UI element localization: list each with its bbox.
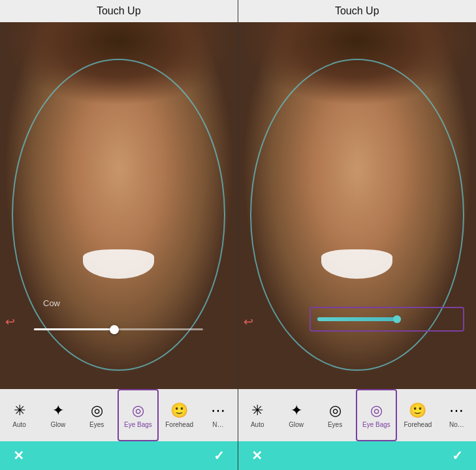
glow-icon: ✦ (52, 402, 64, 419)
forehead-label: Forehead (165, 421, 193, 428)
forehead-icon: 🙂 (170, 402, 188, 419)
r-eyes-label: Eyes (328, 421, 342, 428)
right-tool-auto[interactable]: ✳ Auto (238, 389, 277, 441)
right-tool-eyes[interactable]: ◎ Eyes (315, 389, 354, 441)
more-icon: ⋯ (211, 402, 225, 419)
left-tool-eyes[interactable]: ◎ Eyes (78, 389, 116, 441)
eyebags-label: Eye Bags (124, 421, 152, 428)
right-face-photo (238, 22, 477, 389)
r-auto-icon: ✳ (251, 402, 263, 419)
r-eyebags-label: Eye Bags (362, 421, 390, 428)
right-tool-forehead[interactable]: 🙂 Forehead (398, 389, 437, 441)
right-tool-more[interactable]: ⋯ No… (437, 389, 476, 441)
r-glow-label: Glow (289, 421, 304, 428)
auto-icon: ✳ (14, 402, 25, 419)
left-action-bar: ✕ ✓ (0, 441, 238, 470)
r-glow-icon: ✦ (291, 402, 302, 419)
auto-label: Auto (12, 421, 26, 428)
cow-label: Cow (43, 298, 60, 308)
right-teal-slider[interactable] (317, 317, 401, 321)
left-face-photo (0, 22, 238, 389)
r-eyebags-icon: ◎ (370, 402, 383, 419)
r-forehead-label: Forehead (404, 421, 432, 428)
r-eyes-icon: ◎ (329, 402, 341, 419)
right-title: Touch Up (335, 5, 379, 16)
eyebags-icon: ◎ (132, 402, 144, 419)
left-tool-auto[interactable]: ✳ Auto (0, 389, 39, 441)
right-toolbar: ✳ Auto ✦ Glow ◎ Eyes ◎ Eye Bags 🙂 Forehe… (238, 389, 477, 441)
right-undo-button[interactable]: ↩ (244, 315, 253, 329)
left-tool-forehead[interactable]: 🙂 Forehead (160, 389, 198, 441)
right-tool-glow[interactable]: ✦ Glow (277, 389, 315, 441)
left-cancel-button[interactable]: ✕ (13, 448, 24, 463)
left-header: Touch Up (0, 0, 238, 22)
left-tool-glow[interactable]: ✦ Glow (39, 389, 77, 441)
left-slider-track[interactable] (34, 328, 203, 330)
left-slider-fill (34, 328, 118, 330)
r-more-label: No… (449, 421, 464, 428)
right-action-bar: ✕ ✓ (238, 441, 477, 470)
left-photo-area: ↩ Cow (0, 22, 238, 389)
right-cancel-button[interactable]: ✕ (251, 448, 262, 463)
right-photo-area: ↩ (238, 22, 477, 389)
right-confirm-button[interactable]: ✓ (452, 448, 463, 463)
more-label: N… (212, 421, 223, 428)
right-slider-highlight[interactable] (309, 307, 464, 332)
left-panel: Touch Up ↩ Cow ✳ Auto ✦ Glow ◎ Eyes (0, 0, 238, 470)
left-confirm-button[interactable]: ✓ (214, 448, 225, 463)
right-tool-eyebags[interactable]: ◎ Eye Bags (356, 389, 397, 441)
r-forehead-icon: 🙂 (409, 402, 426, 419)
glow-label: Glow (50, 421, 65, 428)
eyes-label: Eyes (89, 421, 104, 428)
right-panel: Touch Up ↩ ✳ Auto ✦ Glow ◎ Eyes ◎ Eye Ba… (238, 0, 477, 470)
left-undo-button[interactable]: ↩ (5, 315, 15, 329)
left-tool-eyebags[interactable]: ◎ Eye Bags (118, 389, 159, 441)
eyes-icon: ◎ (91, 402, 103, 419)
left-tool-more[interactable]: ⋯ N… (198, 389, 237, 441)
r-more-icon: ⋯ (449, 402, 464, 419)
left-title: Touch Up (97, 5, 141, 16)
left-slider-area[interactable] (0, 328, 238, 330)
r-auto-label: Auto (251, 421, 264, 428)
left-toolbar: ✳ Auto ✦ Glow ◎ Eyes ◎ Eye Bags 🙂 Forehe… (0, 389, 238, 441)
left-slider-thumb[interactable] (110, 325, 119, 334)
right-header: Touch Up (238, 0, 477, 22)
